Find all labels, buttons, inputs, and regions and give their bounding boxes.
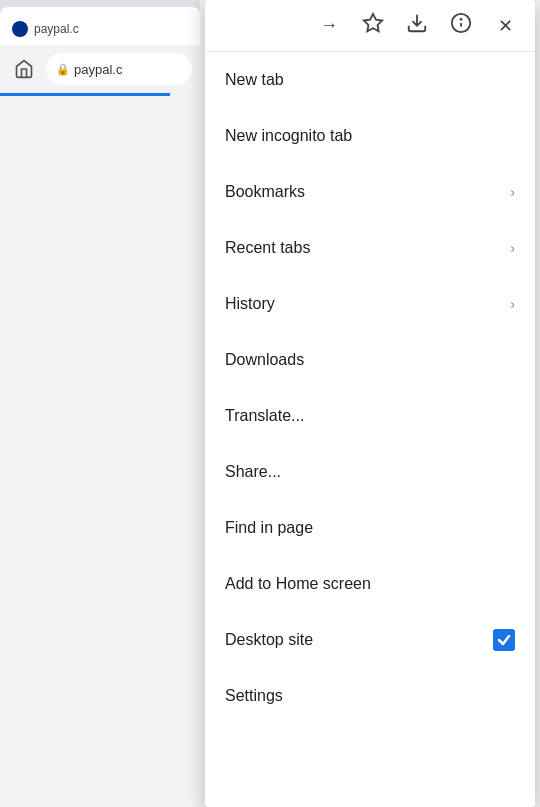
active-tab[interactable]: paypal.c: [0, 7, 200, 45]
menu-item-new-tab[interactable]: New tab: [205, 52, 535, 108]
address-pill[interactable]: 🔒 paypal.c: [46, 53, 192, 85]
menu-item-label: Add to Home screen: [225, 575, 371, 593]
forward-icon: →: [320, 15, 338, 36]
info-button[interactable]: [443, 8, 479, 44]
menu-item-history[interactable]: History ›: [205, 276, 535, 332]
menu-item-label: Translate...: [225, 407, 304, 425]
menu-item-label: Find in page: [225, 519, 313, 537]
menu-item-bookmarks[interactable]: Bookmarks ›: [205, 164, 535, 220]
menu-item-share[interactable]: Share...: [205, 444, 535, 500]
menu-item-label: History: [225, 295, 275, 313]
tab-title: paypal.c: [34, 22, 79, 36]
menu-item-label: Share...: [225, 463, 281, 481]
star-icon: [362, 12, 384, 39]
chevron-right-icon: ›: [510, 296, 515, 312]
menu-item-settings[interactable]: Settings: [205, 668, 535, 724]
browser-background: [0, 0, 200, 807]
menu-toolbar: →: [205, 0, 535, 52]
info-icon: [450, 12, 472, 39]
tab-favicon: [12, 21, 28, 37]
menu-item-label: New tab: [225, 71, 284, 89]
menu-item-label: Bookmarks: [225, 183, 305, 201]
close-button[interactable]: ✕: [487, 8, 523, 44]
menu-item-label: Downloads: [225, 351, 304, 369]
menu-item-label: Desktop site: [225, 631, 313, 649]
menu-item-new-incognito-tab[interactable]: New incognito tab: [205, 108, 535, 164]
tab-bar: paypal.c: [0, 0, 200, 45]
dropdown-menu: →: [205, 0, 535, 807]
address-bar-row: 🔒 paypal.c: [0, 45, 200, 93]
bookmark-button[interactable]: [355, 8, 391, 44]
forward-button[interactable]: →: [311, 8, 347, 44]
menu-item-desktop-site[interactable]: Desktop site: [205, 612, 535, 668]
chevron-right-icon: ›: [510, 240, 515, 256]
desktop-site-checkbox[interactable]: [493, 629, 515, 651]
home-button[interactable]: [8, 53, 40, 85]
close-icon: ✕: [498, 15, 513, 37]
lock-icon: 🔒: [56, 63, 70, 76]
svg-marker-0: [364, 14, 382, 31]
menu-item-recent-tabs[interactable]: Recent tabs ›: [205, 220, 535, 276]
menu-item-translate[interactable]: Translate...: [205, 388, 535, 444]
download-icon-btn[interactable]: [399, 8, 435, 44]
download-icon: [406, 12, 428, 39]
menu-item-add-to-home[interactable]: Add to Home screen: [205, 556, 535, 612]
menu-item-find-in-page[interactable]: Find in page: [205, 500, 535, 556]
menu-item-downloads[interactable]: Downloads: [205, 332, 535, 388]
menu-item-label: Recent tabs: [225, 239, 310, 257]
address-text: paypal.c: [74, 62, 122, 77]
loading-bar: [0, 93, 170, 96]
menu-item-label: Settings: [225, 687, 283, 705]
chevron-right-icon: ›: [510, 184, 515, 200]
menu-item-label: New incognito tab: [225, 127, 352, 145]
